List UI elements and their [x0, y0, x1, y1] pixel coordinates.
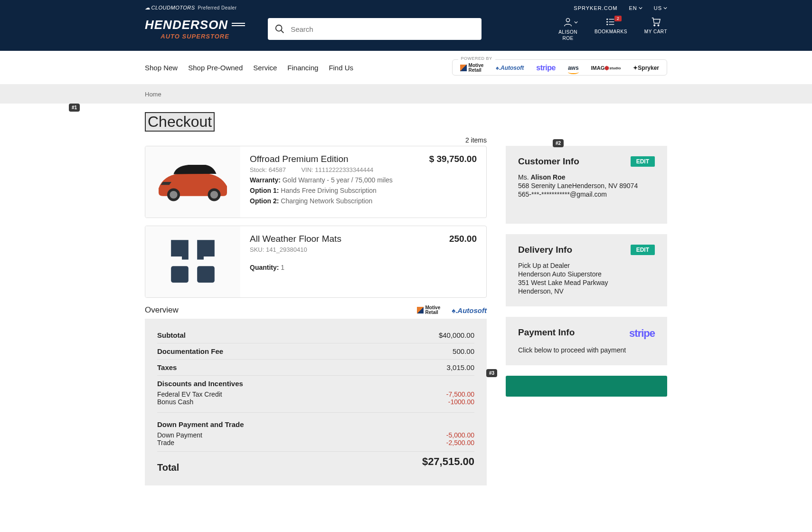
svg-point-10: [658, 25, 659, 26]
option2-label: Option 2:: [250, 197, 279, 205]
chevron-down-icon: [574, 20, 578, 24]
account-menu[interactable]: ALISON ROE: [558, 17, 577, 41]
cart-label: MY CART: [644, 29, 667, 34]
item-name: Offroad Premium Edition: [250, 154, 349, 164]
down-trade-header: Down Payment and Trade: [157, 420, 244, 428]
svg-point-6: [607, 19, 608, 20]
nav-shop-preowned[interactable]: Shop Pre-Owned: [188, 64, 243, 72]
imag-studio-logo: IMAG⬢studio: [591, 64, 621, 72]
stripe-logo: stripe: [536, 64, 556, 72]
autosoft-logo: Autosoft: [496, 64, 524, 72]
taxes-label: Taxes: [157, 363, 177, 371]
fed-credit-value: -7,500.00: [446, 390, 474, 398]
down-payment-label: Down Payment: [157, 431, 202, 439]
quantity-label: Quantity:: [250, 264, 279, 271]
customer-info-card: #2 Customer Info EDIT Ms. Alison Roe 568…: [506, 146, 667, 224]
total-value: $27,515.00: [422, 456, 474, 473]
powered-by-box: POWERED BY MotiveRetail Autosoft stripe …: [452, 59, 667, 76]
search-icon: [274, 24, 285, 34]
main-nav: Shop New Shop Pre-Owned Service Financin…: [0, 51, 812, 85]
customer-contact: 565-***-***********@gmail.com: [518, 190, 655, 198]
taxes-value: 3,015.00: [447, 363, 474, 371]
svg-point-14: [210, 191, 218, 199]
user-icon: [563, 17, 573, 27]
item-sku: SKU: 141_29380410: [250, 246, 477, 253]
customer-address: 568 Serenity LaneHenderson, NV 89074: [518, 182, 655, 190]
breadcrumb-home[interactable]: Home: [145, 91, 161, 98]
svg-point-7: [607, 21, 608, 22]
item-stock: Stock: 64587: [250, 166, 286, 173]
car-icon: [150, 158, 236, 206]
region-label: US: [654, 5, 662, 11]
payment-instruction: Click below to proceed with payment: [518, 346, 655, 354]
doc-fee-label: Documentation Fee: [157, 347, 223, 355]
cart-item-vehicle: Offroad Premium Edition $ 39,750.00 Stoc…: [145, 146, 487, 218]
vehicle-image: [145, 146, 240, 218]
user-last-name: ROE: [558, 35, 577, 41]
item-price: $ 39,750.00: [429, 154, 477, 164]
cloudmotors-badge: CLOUDMOTORS Preferred Dealer: [145, 5, 237, 11]
search-bar[interactable]: [268, 18, 482, 40]
option1-value: Hands Free Driving Subscription: [281, 187, 377, 194]
chevron-down-icon: [663, 6, 667, 10]
svg-point-12: [170, 191, 177, 199]
spryker-partner-logo: Spryker: [633, 64, 659, 72]
subtotal-value: $40,000.00: [439, 331, 474, 339]
breadcrumb: Home: [0, 85, 812, 104]
bookmarks-label: BOOKMARKS: [595, 29, 627, 34]
svg-rect-16: [197, 266, 215, 283]
subtotal-label: Subtotal: [157, 331, 186, 339]
option1-label: Option 1:: [250, 187, 279, 194]
item-count: 2 items: [145, 136, 487, 144]
autosoft-logo-overview: Autosoft: [452, 306, 487, 314]
preferred-dealer-label: Preferred Dealer: [198, 5, 237, 10]
search-input[interactable]: [291, 25, 475, 33]
logo-lines-icon: [232, 23, 245, 26]
nav-service[interactable]: Service: [253, 64, 277, 72]
overview-card: Subtotal$40,000.00 Documentation Fee500.…: [145, 319, 487, 485]
edit-delivery-button[interactable]: EDIT: [631, 245, 655, 255]
dealer-logo[interactable]: HENDERSON AUTO SUPERSTORE: [145, 19, 245, 40]
doc-fee-value: 500.00: [453, 347, 474, 355]
delivery-dealer: Henderson Auto Siuperstore: [518, 270, 655, 278]
proceed-payment-button[interactable]: [506, 376, 667, 397]
customer-name: Ms. Alison Roe: [518, 173, 655, 181]
svg-rect-15: [171, 266, 189, 283]
nav-shop-new[interactable]: Shop New: [145, 64, 178, 72]
cart-menu[interactable]: MY CART: [644, 17, 667, 41]
floor-mats-icon: [162, 236, 224, 288]
spryker-link[interactable]: SPRYKER.COM: [574, 5, 617, 11]
bookmarks-badge: 2: [614, 16, 622, 21]
edit-customer-button[interactable]: EDIT: [631, 156, 655, 167]
overview-title: Overview: [145, 305, 179, 315]
annotation-tag-1: #1: [69, 104, 80, 112]
warranty-label: Warranty:: [250, 176, 281, 184]
down-payment-value: -5,000.00: [446, 431, 474, 439]
bookmarks-menu[interactable]: 2 BOOKMARKS: [595, 17, 627, 41]
page-title: Checkout: [145, 112, 215, 132]
trade-value: -2,500.00: [446, 439, 474, 446]
logo-main-text: HENDERSON: [145, 19, 228, 31]
nav-financing[interactable]: Financing: [287, 64, 318, 72]
delivery-info-card: Delivery Info EDIT Pick Up at Dealer Hen…: [506, 234, 667, 306]
accessory-image: [145, 226, 240, 297]
total-label: Total: [157, 456, 179, 473]
annotation-tag-3: #3: [486, 369, 497, 377]
region-selector[interactable]: US: [654, 5, 667, 11]
payment-info-card: Payment Info stripe Click below to proce…: [506, 317, 667, 365]
payment-info-title: Payment Info: [518, 327, 575, 338]
item-vin: VIN: 11112222333344444: [301, 166, 373, 173]
svg-point-9: [654, 25, 655, 26]
svg-point-8: [607, 24, 608, 25]
language-selector[interactable]: EN: [629, 5, 642, 11]
bonus-cash-value: -1000.00: [448, 398, 474, 406]
delivery-info-title: Delivery Info: [518, 245, 572, 255]
fed-credit-label: Federal EV Tax Credit: [157, 390, 222, 398]
nav-find-us[interactable]: Find Us: [329, 64, 353, 72]
chevron-down-icon: [639, 6, 642, 10]
item-price: 250.00: [449, 234, 477, 244]
discounts-header: Discounts and Incentives: [157, 380, 243, 388]
cart-item-accessory: All Weather Floor Mats 250.00 SKU: 141_2…: [145, 226, 487, 298]
stripe-payment-logo: stripe: [629, 327, 655, 340]
svg-point-2: [566, 19, 569, 22]
